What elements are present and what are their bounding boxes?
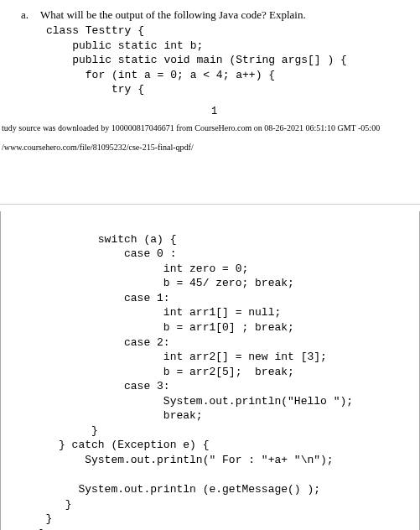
code-snippet-top: class Testtry { public static int b; pub…: [46, 23, 407, 97]
page-number: 1: [21, 106, 407, 117]
question-block: a. What will be the output of the follow…: [0, 0, 420, 123]
question-label: a.: [21, 8, 29, 22]
download-source-note: tudy source was downloaded by 1000008170…: [0, 123, 420, 132]
source-url: /www.coursehero.com/file/81095232/cse-21…: [0, 143, 420, 152]
section-gap: [0, 160, 420, 205]
code-bottom-container: switch (a) { case 0 : int zero = 0; b = …: [0, 211, 420, 530]
question-text: What will be the output of the following…: [40, 8, 407, 22]
code-snippet-bottom: switch (a) { case 0 : int zero = 0; b = …: [26, 232, 411, 530]
question-line: a. What will be the output of the follow…: [21, 8, 407, 22]
